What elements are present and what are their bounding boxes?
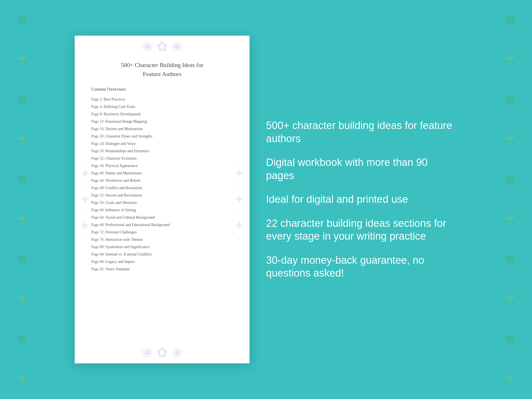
toc-page-number: Page 36: bbox=[91, 164, 105, 168]
toc-list-item: Page 8: Backstory Development bbox=[91, 111, 233, 117]
toc-page-number: Page 72: bbox=[91, 230, 105, 234]
toc-page-number: Page 40: bbox=[91, 171, 105, 175]
feature-item: 500+ character building ideas for featur… bbox=[266, 119, 457, 145]
toc-list-item: Page 40: Habits and Mannerisms bbox=[91, 170, 233, 176]
mandala-decoration-top: ❀ ✿ ❀ bbox=[142, 39, 183, 54]
feature-item: Digital workbook with more than 90 pages bbox=[266, 156, 457, 182]
toc-page-number: Page 16: bbox=[91, 127, 105, 131]
toc-list-item: Page 24: Dialogue and Voice bbox=[91, 141, 233, 146]
toc-list-item: Page 44: Worldview and Beliefs bbox=[91, 178, 233, 183]
toc-page-number: Page 32: bbox=[91, 156, 105, 160]
toc-list-item: Page 52: Secrets and Revelations bbox=[91, 192, 233, 198]
toc-page-number: Page 24: bbox=[91, 142, 105, 146]
toc-page-number: Page 60: bbox=[91, 208, 105, 212]
document-card: ❀ ✿ ❀ ❀ ✿ ❀ · ✦ · ✦ · ✦ · · ✦ · ✦ · ✦ · … bbox=[75, 36, 250, 363]
toc-title: Character Evolution bbox=[106, 156, 136, 160]
toc-page-number: Page 92: bbox=[91, 267, 105, 271]
toc-page-number: Page 76: bbox=[91, 237, 105, 242]
feature-item: 22 character building ideas sections for… bbox=[266, 217, 457, 243]
toc-title: Personal Challenges bbox=[106, 230, 137, 234]
toc-title: Best Practices bbox=[104, 97, 125, 101]
toc-title: Worldview and Beliefs bbox=[106, 178, 141, 183]
toc-page-number: Page 44: bbox=[91, 178, 105, 183]
features-panel: 500+ character building ideas for featur… bbox=[266, 119, 457, 280]
toc-list-item: Page 12: Emotional Range Mapping bbox=[91, 119, 233, 124]
content-overview-label: Content Overview: bbox=[91, 87, 233, 92]
toc-title: Desires and Motivations bbox=[106, 127, 143, 131]
toc-title: Habits and Mannerisms bbox=[106, 171, 142, 175]
main-content: ❀ ✿ ❀ ❀ ✿ ❀ · ✦ · ✦ · ✦ · · ✦ · ✦ · ✦ · … bbox=[0, 0, 532, 399]
toc-list-item: Page 20: Character Flaws and Strengths bbox=[91, 133, 233, 139]
toc-page-number: Page 52: bbox=[91, 193, 105, 197]
toc-list-item: Page 88: Legacy and Impact bbox=[91, 259, 233, 265]
toc-list-item: Page 64: Social and Cultural Background bbox=[91, 215, 233, 220]
toc-list-item: Page 60: Influence of Setting bbox=[91, 207, 233, 213]
toc-list-item: Page 32: Character Evolution bbox=[91, 156, 233, 161]
toc-list-item: Page 28: Relationships and Dynamics bbox=[91, 148, 233, 154]
toc-title: Physical Appearance bbox=[106, 164, 138, 168]
toc-page-number: Page 68: bbox=[91, 223, 105, 227]
toc-page-number: Page 12: bbox=[91, 119, 105, 124]
toc-list-item: Page 16: Desires and Motivations bbox=[91, 126, 233, 132]
feature-item: Ideal for digital and printed use bbox=[266, 193, 457, 206]
toc-title: Social and Cultural Background bbox=[106, 215, 155, 219]
toc-page-number: Page 4: bbox=[91, 105, 103, 109]
toc-page-number: Page 20: bbox=[91, 134, 105, 138]
toc-title: Symbolism and Significance bbox=[106, 245, 150, 249]
toc-page-number: Page 48: bbox=[91, 186, 105, 190]
toc-title: Dialogue and Voice bbox=[106, 142, 136, 146]
toc-title: Relationships and Dynamics bbox=[106, 149, 149, 153]
feature-item: 30-day money-back guarantee, no question… bbox=[266, 254, 457, 280]
toc-list-item: Page 2: Best Practices bbox=[91, 96, 233, 102]
toc-list-item: Page 56: Goals and Obstacles bbox=[91, 200, 233, 206]
mandala-decoration-right: · ✦ · ✦ · ✦ · bbox=[231, 159, 247, 240]
toc-title: Professional and Educational Background bbox=[106, 223, 170, 227]
toc-page-number: Page 80: bbox=[91, 245, 105, 249]
toc-title: Conflict and Resolution bbox=[106, 186, 142, 190]
toc-title: Defining Core Traits bbox=[104, 105, 135, 109]
toc-page-number: Page 64: bbox=[91, 215, 105, 219]
toc-page-number: Page 8: bbox=[91, 112, 103, 116]
toc-list-item: Page 36: Physical Appearance bbox=[91, 163, 233, 169]
toc-title: Legacy and Impact bbox=[106, 260, 135, 264]
toc-list-item: Page 84: Internal vs. External Conflicts bbox=[91, 251, 233, 257]
toc-page-number: Page 84: bbox=[91, 252, 105, 256]
toc-list-item: Page 4: Defining Core Traits bbox=[91, 104, 233, 110]
toc-title: Influence of Setting bbox=[106, 208, 136, 212]
toc-title: Secrets and Revelations bbox=[106, 193, 142, 197]
toc-page-number: Page 28: bbox=[91, 149, 105, 153]
toc-page-number: Page 88: bbox=[91, 260, 105, 264]
toc-title: Backstory Development bbox=[104, 112, 141, 116]
toc-page-number: Page 56: bbox=[91, 201, 105, 205]
toc-page-number: Page 2: bbox=[91, 97, 103, 101]
toc-list-item: Page 80: Symbolism and Significance bbox=[91, 244, 233, 250]
toc-list-item: Page 72: Personal Challenges bbox=[91, 229, 233, 235]
toc-title: Character Flaws and Strengths bbox=[106, 134, 152, 138]
mandala-decoration-bottom: ❀ ✿ ❀ bbox=[142, 345, 183, 360]
toc-title: Interaction with Themes bbox=[106, 237, 143, 242]
toc-title: Emotional Range Mapping bbox=[106, 119, 147, 124]
mandala-decoration-left: · ✦ · ✦ · ✦ · bbox=[77, 159, 93, 240]
toc-list-item: Page 68: Professional and Educational Ba… bbox=[91, 222, 233, 228]
toc-list-item: Page 92: Notes Template bbox=[91, 266, 233, 272]
table-of-contents: Page 2: Best PracticesPage 4: Defining C… bbox=[91, 96, 233, 272]
document-title: 500+ Character Building Ideas for Featur… bbox=[91, 60, 233, 78]
toc-title: Notes Template bbox=[106, 267, 130, 271]
toc-list-item: Page 48: Conflict and Resolution bbox=[91, 185, 233, 191]
toc-list-item: Page 76: Interaction with Themes bbox=[91, 237, 233, 242]
toc-title: Goals and Obstacles bbox=[106, 201, 137, 205]
toc-title: Internal vs. External Conflicts bbox=[106, 252, 152, 256]
